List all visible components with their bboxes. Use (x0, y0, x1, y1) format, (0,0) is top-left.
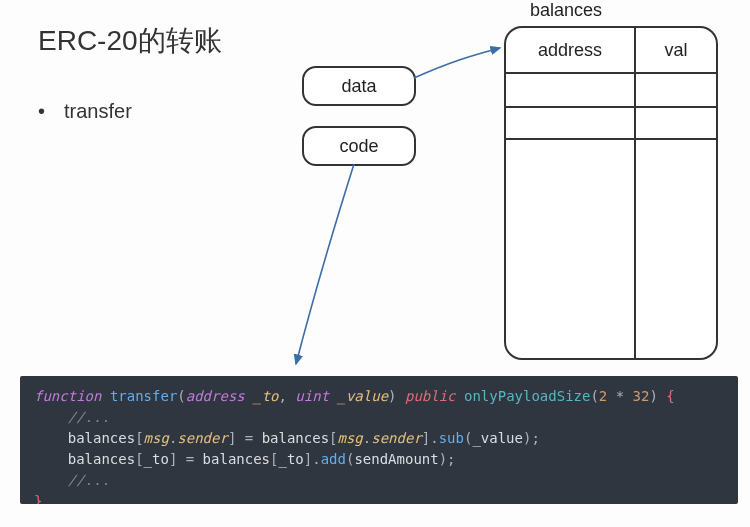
tok-type-address: address (186, 388, 245, 404)
tok-fn-name: transfer (110, 388, 177, 404)
slide: ERC-20的转账 transfer data code balances ad… (0, 0, 750, 527)
tok-type-uint: uint (295, 388, 329, 404)
tok-balances-1: balances (68, 430, 135, 446)
table-vertical-divider (634, 74, 636, 360)
table-header-address: address (506, 28, 636, 72)
tok-comment-2: //... (68, 472, 110, 488)
slide-title: ERC-20的转账 (38, 22, 222, 60)
arrow-data-to-table (414, 48, 500, 78)
tok-brace-close: } (34, 493, 42, 504)
tok-msg-2: msg (338, 430, 363, 446)
tok-sendamount: sendAmount (354, 451, 438, 467)
tok-brace-open: { (666, 388, 674, 404)
table-header: address val (506, 28, 716, 74)
tok-sender-2: sender (371, 430, 422, 446)
tok-balances-2: balances (262, 430, 329, 446)
bullet-item: transfer (40, 100, 132, 123)
tok-msg-1: msg (144, 430, 169, 446)
bullet-text: transfer (64, 100, 132, 122)
tok-public: public (405, 388, 456, 404)
tok-value: _value (472, 430, 523, 446)
tok-onlypayloadsize: onlyPayloadSize (464, 388, 590, 404)
table-row-divider-2 (506, 138, 716, 140)
tok-balances-4: balances (203, 451, 270, 467)
tok-num-32: 32 (633, 388, 650, 404)
balances-table: address val (504, 26, 718, 360)
tok-to-2: _to (278, 451, 303, 467)
tok-param-to: _to (253, 388, 278, 404)
tok-sub: sub (439, 430, 464, 446)
tok-balances-3: balances (68, 451, 135, 467)
data-box: data (302, 66, 416, 106)
code-box: code (302, 126, 416, 166)
tok-function: function (34, 388, 101, 404)
table-body (506, 74, 716, 360)
table-row-divider-1 (506, 106, 716, 108)
tok-param-value: _value (338, 388, 389, 404)
tok-to-1: _to (144, 451, 169, 467)
tok-sender-1: sender (177, 430, 228, 446)
tok-comment-1: //... (68, 409, 110, 425)
tok-add: add (321, 451, 346, 467)
arrow-code-to-codeblock (296, 164, 354, 364)
code-block: function transfer(address _to, uint _val… (20, 376, 738, 504)
table-header-val: val (636, 28, 716, 72)
balances-label: balances (530, 0, 602, 21)
